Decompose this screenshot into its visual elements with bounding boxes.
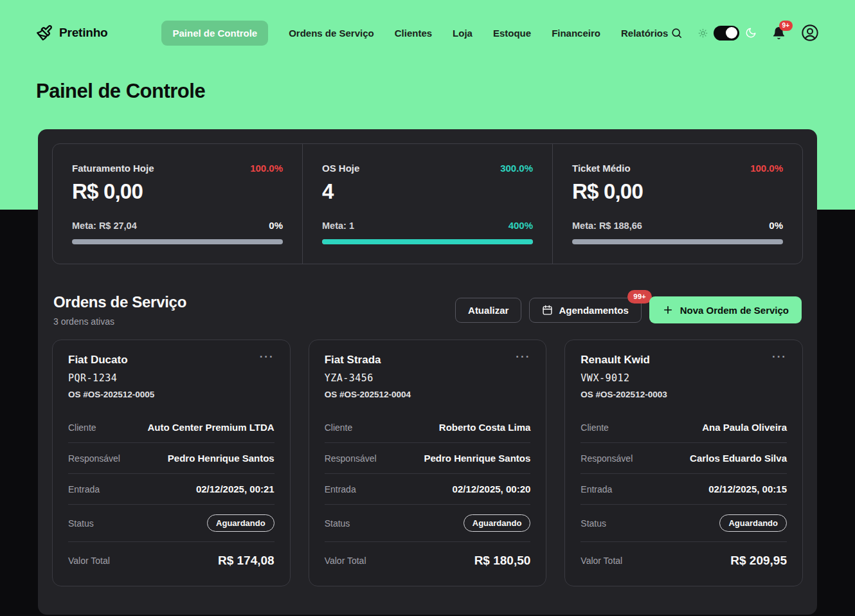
nav-item-financeiro[interactable]: Financeiro [552,28,600,39]
row-label: Cliente [68,422,96,433]
refresh-button[interactable]: Atualizar [455,298,521,323]
stat-faturamento-hoje: Faturamento Hoje 100.0% R$ 0,00 Meta: R$… [53,144,302,264]
row-label: Responsável [325,453,377,464]
calendar-icon [542,305,553,316]
nav-item-painel-de-controle[interactable]: Painel de Controle [161,21,268,46]
status-row: Status Aguardando [325,505,531,542]
client-value: Auto Center Premium LTDA [147,422,274,433]
paintbrush-icon [36,24,53,41]
status-badge: Aguardando [464,514,531,532]
os-number: OS #OS-202512-0005 [68,390,274,399]
card-menu-icon[interactable]: ··· [260,354,274,360]
stat-delta: 300.0% [500,163,533,174]
brand-name: Pretinho [59,26,107,40]
moon-icon [745,27,757,39]
stat-meta-percent: 0% [269,220,283,231]
stat-ticket-medio: Ticket Médio 100.0% R$ 0,00 Meta: R$ 188… [552,144,802,264]
entry-row: Entrada 02/12/2025, 00:21 [68,474,274,505]
nav-item-clientes[interactable]: Clientes [395,28,432,39]
nav-item-loja[interactable]: Loja [453,28,473,39]
nav-right-actions: 9+ [670,24,819,42]
stat-meta: Meta: R$ 188,66 [572,221,642,231]
stat-meta: Meta: R$ 27,04 [72,221,137,231]
row-label: Entrada [68,484,100,494]
new-order-button[interactable]: Nova Ordem de Serviço [649,296,802,323]
orders-actions: Atualizar Agendamentos 99+ [455,296,802,323]
order-card: Fiat Ducato ··· PQR-1234 OS #OS-202512-0… [52,340,291,586]
new-order-button-label: Nova Ordem de Serviço [680,305,789,316]
client-value: Roberto Costa Lima [439,422,531,433]
client-row: Cliente Roberto Costa Lima [325,412,531,443]
row-label: Valor Total [68,556,110,566]
schedules-count-badge: 99+ [627,290,652,304]
stat-label: OS Hoje [322,163,359,174]
orders-subtitle: 3 ordens ativas [53,316,186,327]
avatar-icon[interactable] [801,24,819,42]
entry-value: 02/12/2025, 00:20 [453,484,531,494]
bell-icon[interactable]: 9+ [772,26,786,40]
entry-row: Entrada 02/12/2025, 00:15 [580,474,787,505]
stat-meta: Meta: 1 [322,221,354,231]
os-number: OS #OS-202512-0004 [325,390,531,399]
entry-value: 02/12/2025, 00:21 [196,484,274,494]
total-row: Valor Total R$ 209,95 [580,542,787,579]
status-row: Status Aguardando [68,505,274,542]
row-label: Responsável [580,453,633,464]
row-label: Status [580,518,606,529]
os-number: OS #OS-202512-0003 [580,390,787,399]
search-icon[interactable] [670,27,683,39]
stat-label: Ticket Médio [572,163,631,174]
responsible-value: Pedro Henrique Santos [168,453,274,464]
page-title: Painel de Controle [36,80,819,103]
stat-meta-percent: 400% [509,220,533,231]
row-label: Status [325,518,350,529]
card-menu-icon[interactable]: ··· [516,354,530,360]
license-plate: YZA-3456 [325,372,531,384]
row-label: Cliente [580,422,609,433]
client-row: Cliente Ana Paula Oliveira [580,412,787,443]
total-value: R$ 209,95 [730,554,787,568]
vehicle-name: Fiat Ducato [68,354,128,367]
nav-item-estoque[interactable]: Estoque [493,28,531,39]
plus-icon [662,304,674,316]
stat-value: 4 [322,179,533,204]
entry-value: 02/12/2025, 00:15 [708,484,787,494]
row-label: Status [68,518,94,529]
stat-delta: 100.0% [250,163,283,174]
progress-bar [322,239,533,244]
total-row: Valor Total R$ 174,08 [68,542,274,579]
order-card: Fiat Strada ··· YZA-3456 OS #OS-202512-0… [309,340,547,586]
card-menu-icon[interactable]: ··· [772,354,787,360]
notification-badge: 9+ [779,21,793,31]
schedules-button-label: Agendamentos [559,305,628,316]
total-value: R$ 180,50 [474,554,531,568]
brand-logo[interactable]: Pretinho [36,24,107,41]
status-badge: Aguardando [719,514,787,532]
stat-os-hoje: OS Hoje 300.0% 4 Meta: 1 400% [302,144,552,264]
row-label: Entrada [580,484,612,494]
license-plate: VWX-9012 [580,372,787,384]
client-value: Ana Paula Oliveira [702,422,787,433]
responsible-row: Responsável Pedro Henrique Santos [68,443,274,474]
progress-fill [322,239,533,244]
nav-item-ordens-de-servico[interactable]: Ordens de Serviço [289,28,374,39]
license-plate: PQR-1234 [68,372,274,384]
row-label: Responsável [68,453,120,464]
responsible-row: Responsável Pedro Henrique Santos [325,443,531,474]
entry-row: Entrada 02/12/2025, 00:20 [325,474,531,505]
theme-toggle[interactable] [714,26,739,41]
nav-items: Painel de Controle Ordens de Serviço Cli… [161,21,668,46]
schedules-button[interactable]: Agendamentos 99+ [529,298,641,323]
theme-toggle-knob [726,27,737,39]
stat-label: Faturamento Hoje [72,163,154,174]
nav-item-relatorios[interactable]: Relatórios [621,28,668,39]
stats-row: Faturamento Hoje 100.0% R$ 0,00 Meta: R$… [52,143,803,264]
progress-bar [72,239,283,244]
vehicle-name: Fiat Strada [325,354,381,367]
orders-section-header: Ordens de Serviço 3 ordens ativas Atuali… [53,293,802,327]
total-row: Valor Total R$ 180,50 [325,542,531,579]
responsible-value: Pedro Henrique Santos [424,453,530,464]
order-cards: Fiat Ducato ··· PQR-1234 OS #OS-202512-0… [52,340,803,586]
stat-value: R$ 0,00 [572,179,783,204]
row-label: Entrada [325,484,356,494]
